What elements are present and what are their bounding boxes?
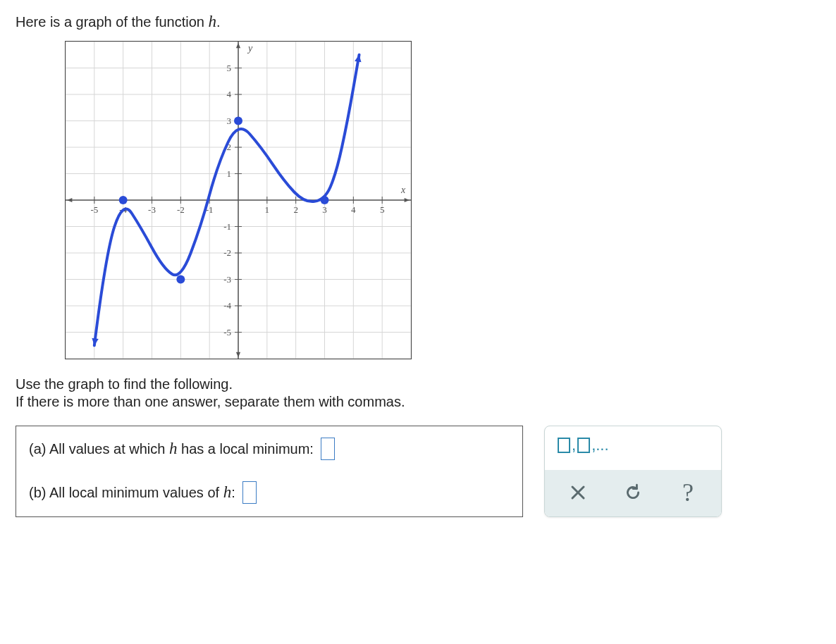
svg-text:4: 4 [227, 89, 232, 99]
instructions-line1: Use the graph to find the following. [16, 376, 820, 392]
reset-button[interactable] [619, 480, 647, 505]
close-icon [570, 484, 586, 501]
svg-text:-2: -2 [223, 247, 231, 258]
help-icon: ? [682, 478, 694, 507]
svg-text:2: 2 [293, 204, 298, 215]
svg-point-79 [321, 196, 329, 204]
svg-text:3: 3 [227, 116, 232, 126]
placeholder-box-icon [577, 438, 590, 453]
instructions: Use the graph to find the following. If … [16, 376, 820, 410]
svg-text:x: x [400, 185, 406, 195]
clear-button[interactable] [564, 480, 592, 505]
intro-text: Here is a graph of the function h. [16, 13, 820, 31]
answer-input-a[interactable] [321, 438, 335, 460]
svg-marker-31 [236, 352, 240, 357]
function-chart: -5-4-3-2-112345-5-4-3-2-112345yx [66, 42, 411, 359]
svg-text:-5: -5 [223, 327, 231, 338]
svg-marker-28 [405, 198, 410, 202]
svg-text:5: 5 [380, 204, 385, 215]
svg-text:-5: -5 [90, 204, 98, 215]
qa-func: h [169, 440, 178, 457]
qb-prefix: (b) All local minimum values of [29, 485, 223, 500]
svg-text:-4: -4 [223, 300, 231, 311]
undo-icon [624, 483, 642, 502]
answer-input-b[interactable] [242, 481, 257, 504]
question-a: (a) All values at which h has a local mi… [29, 438, 510, 460]
list-format-button[interactable]: ,,... [558, 436, 708, 454]
intro-func: h [209, 13, 217, 30]
svg-text:5: 5 [227, 63, 232, 73]
svg-text:3: 3 [322, 204, 327, 215]
question-b: (b) All local minimum values of h: [29, 481, 510, 504]
answer-box: (a) All values at which h has a local mi… [16, 426, 523, 517]
instructions-line2: If there is more than one answer, separa… [16, 394, 820, 410]
svg-point-78 [234, 117, 242, 125]
svg-text:1: 1 [227, 168, 232, 179]
svg-text:1: 1 [265, 204, 270, 215]
qb-suffix: : [231, 485, 235, 500]
intro-suffix: . [216, 14, 221, 30]
svg-point-76 [119, 196, 128, 204]
graph-panel: -5-4-3-2-112345-5-4-3-2-112345yx [65, 41, 412, 359]
svg-text:-1: -1 [223, 221, 231, 232]
svg-text:4: 4 [351, 204, 356, 215]
qa-suffix: has a local minimum: [177, 441, 313, 457]
toolbox: ,,... ? [544, 426, 722, 517]
qb-func: h [223, 483, 232, 501]
svg-text:-3: -3 [148, 204, 156, 215]
svg-marker-29 [67, 198, 72, 202]
svg-text:y: y [247, 43, 253, 54]
svg-point-77 [176, 275, 185, 284]
svg-marker-30 [236, 43, 240, 48]
placeholder-box-icon [558, 438, 570, 453]
svg-text:-2: -2 [177, 204, 185, 215]
intro-prefix: Here is a graph of the function [16, 14, 209, 30]
qa-prefix: (a) All values at which [29, 441, 169, 457]
svg-text:-3: -3 [223, 274, 231, 285]
help-button[interactable]: ? [674, 480, 702, 505]
